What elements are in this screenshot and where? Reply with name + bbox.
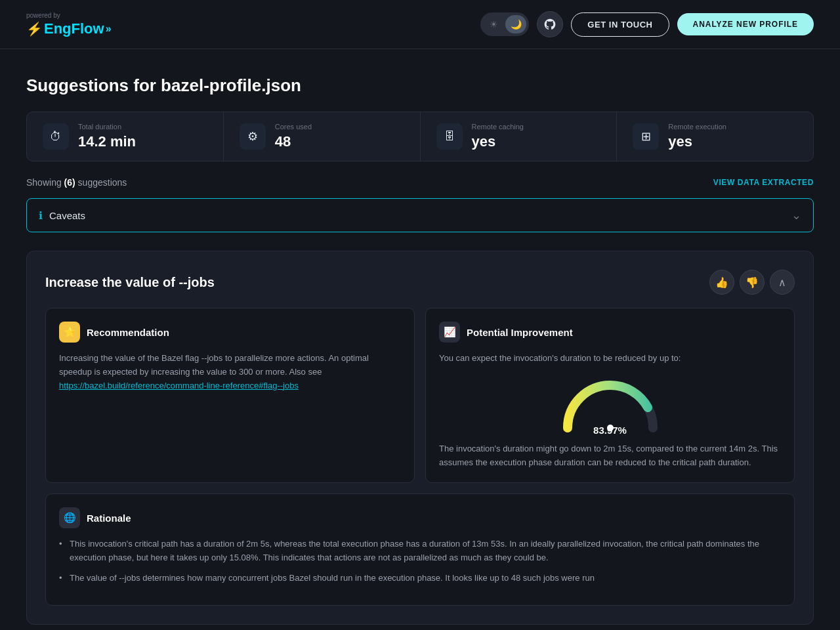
rationale-item-2: The value of --jobs determines how many … xyxy=(59,572,781,585)
recommendation-body: Increasing the value of the Bazel flag -… xyxy=(59,352,401,392)
logo-arrows: » xyxy=(106,23,112,35)
caveats-label: Caveats xyxy=(49,210,85,221)
chevron-down-icon: ⌄ xyxy=(791,208,801,222)
cores-icon: ⚙ xyxy=(240,123,266,150)
collapse-button[interactable]: ∧ xyxy=(770,270,795,295)
caching-value: yes xyxy=(472,133,524,150)
duration-label: Total duration xyxy=(78,123,136,131)
recommendation-link[interactable]: https://bazel.build/reference/command-li… xyxy=(59,381,299,390)
recommendation-icon: ⭐ xyxy=(59,322,80,343)
rationale-card: 🌐 Rationale This invocation's critical p… xyxy=(45,494,795,605)
dark-theme-button[interactable]: 🌙 xyxy=(505,15,526,33)
execution-icon: ⊞ xyxy=(633,123,659,150)
duration-icon: ⏱ xyxy=(43,123,69,150)
gauge-area: 83.97% xyxy=(439,372,781,436)
potential-improvement-card: 📈 Potential Improvement You can expect t… xyxy=(425,308,795,483)
caveats-row[interactable]: ℹ Caveats ⌄ xyxy=(26,198,814,232)
execution-label: Remote execution xyxy=(668,123,726,131)
suggestion-card: Increase the value of --jobs 👍 👎 ∧ ⭐ Rec… xyxy=(26,251,814,625)
light-theme-button[interactable]: ☀ xyxy=(483,15,504,33)
caching-icon: 🗄 xyxy=(436,123,463,150)
header-actions: ☀ 🌙 GET IN TOUCH ANALYZE NEW PROFILE xyxy=(480,11,814,37)
powered-by-text: powered by xyxy=(26,12,112,19)
showing-count: (6) xyxy=(64,177,75,188)
stat-remote-execution: ⊞ Remote execution yes xyxy=(617,112,813,161)
thumbs-up-button[interactable]: 👍 xyxy=(709,270,734,295)
potential-intro: You can expect the invocation's duration… xyxy=(439,352,781,366)
analyze-new-profile-button[interactable]: ANALYZE NEW PROFILE xyxy=(677,13,814,35)
rationale-icon: 🌐 xyxy=(59,507,80,528)
github-button[interactable] xyxy=(537,11,563,37)
potential-icon: 📈 xyxy=(439,322,460,343)
rationale-item-1: This invocation's critical path has a du… xyxy=(59,537,781,565)
showing-line: Showing (6) suggestions VIEW DATA EXTRAC… xyxy=(26,177,814,188)
potential-title: Potential Improvement xyxy=(467,327,573,338)
view-data-link[interactable]: VIEW DATA EXTRACTED xyxy=(713,178,814,187)
showing-count-text: Showing (6) suggestions xyxy=(26,177,127,188)
get-in-touch-button[interactable]: GET IN TOUCH xyxy=(571,12,669,37)
gauge-percentage: 83.97% xyxy=(593,425,627,436)
duration-value: 14.2 min xyxy=(78,133,136,150)
recommendation-title: Recommendation xyxy=(87,327,169,338)
stat-remote-caching: 🗄 Remote caching yes xyxy=(421,112,618,161)
logo: ⚡ EngFlow » xyxy=(26,20,112,37)
suggestion-title: Increase the value of --jobs xyxy=(45,275,215,290)
suggestion-actions: 👍 👎 ∧ xyxy=(709,270,795,295)
logo-icon: ⚡ xyxy=(26,21,43,37)
github-icon xyxy=(543,18,556,31)
rationale-title-text: Rationale xyxy=(87,513,131,524)
caching-label: Remote caching xyxy=(472,123,524,131)
thumbs-down-button[interactable]: 👎 xyxy=(740,270,765,295)
page-title: Suggestions for bazel-profile.json xyxy=(26,75,814,96)
app-header: powered by ⚡ EngFlow » ☀ 🌙 GET IN TOUCH … xyxy=(0,0,840,49)
two-col-grid: ⭐ Recommendation Increasing the value of… xyxy=(45,308,795,483)
theme-toggle: ☀ 🌙 xyxy=(480,12,529,36)
logo-wordmark: EngFlow xyxy=(44,20,104,37)
recommendation-card: ⭐ Recommendation Increasing the value of… xyxy=(45,308,415,483)
logo-area: powered by ⚡ EngFlow » xyxy=(26,12,112,37)
stats-row: ⏱ Total duration 14.2 min ⚙ Cores used 4… xyxy=(26,112,814,161)
rationale-list: This invocation's critical path has a du… xyxy=(59,537,781,585)
stat-cores-used: ⚙ Cores used 48 xyxy=(224,112,421,161)
execution-value: yes xyxy=(668,133,726,150)
stat-total-duration: ⏱ Total duration 14.2 min xyxy=(27,112,224,161)
cores-label: Cores used xyxy=(275,123,312,131)
info-icon: ℹ xyxy=(39,209,43,222)
main-content: Suggestions for bazel-profile.json ⏱ Tot… xyxy=(0,49,840,625)
gauge-chart xyxy=(558,372,663,431)
cores-value: 48 xyxy=(275,133,312,150)
potential-detail: The invocation's duration might go down … xyxy=(439,442,781,470)
